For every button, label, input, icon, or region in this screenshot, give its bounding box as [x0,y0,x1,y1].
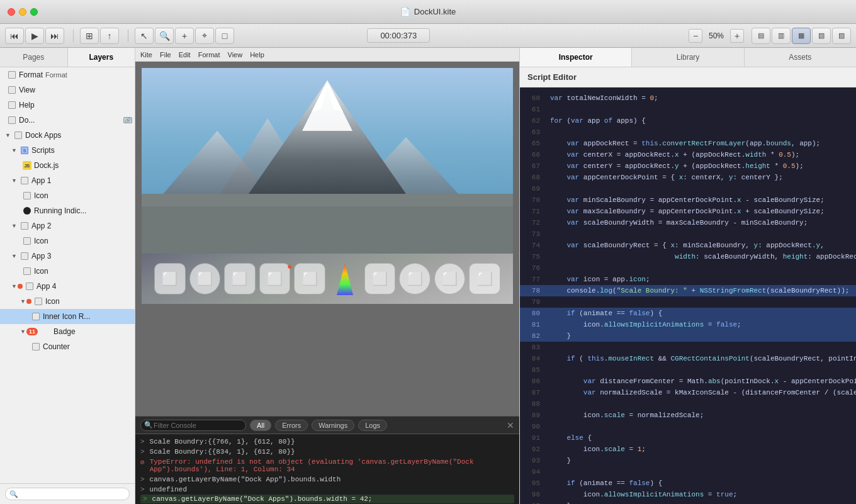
layer-item-inner-icon[interactable]: Inner Icon R... [0,309,135,324]
fast-forward-button[interactable]: ⏭ [45,28,64,44]
maximize-button[interactable] [30,8,38,16]
layer-item-app1[interactable]: ▼ App 1 [0,173,135,188]
layer-item-counter[interactable]: Counter [0,339,135,354]
console-btn-all[interactable]: All [250,420,271,431]
play-button[interactable]: ▶ [25,28,44,44]
code-line-76 [545,262,856,274]
zoom-in-button[interactable]: + [730,29,744,43]
menu-file[interactable]: File [160,51,171,59]
layer-item-icon3[interactable]: Icon [0,264,135,279]
ln-96: 96 [520,489,545,500]
code-line-71: var maxScaleBoundry = appCenterDockPoint… [545,206,856,217]
dock-icon-4: ⬜ [294,263,325,294]
console-close-button[interactable]: ✕ [507,420,514,430]
layer-item-help[interactable]: Help [0,98,135,113]
code-content[interactable]: 60 61 62 63 65 66 67 68 69 70 71 72 73 7… [520,87,856,504]
console-area: 🔍 All Errors Warnings Logs ✕ > Scale Bou… [135,416,519,504]
app2-icon [20,221,30,231]
titlebar: 📄 DockUI.kite [0,0,856,24]
dock-prism-icon [329,262,361,296]
view-layer-icon [7,85,17,95]
code-line-70: var minScaleBoundry = appCenterDockPoint… [545,194,856,206]
menu-help[interactable]: Help [250,51,264,59]
ln-80: 80 [520,308,545,319]
minimize-button[interactable] [19,8,26,16]
layer-item-app4[interactable]: ▼ App 4 [0,279,135,294]
console-text-4: undefined [150,486,187,493]
tab-layers[interactable]: Layers [68,48,135,67]
script-editor-header: Script Editor [520,67,856,87]
expand-icon4[interactable]: ▼ [20,298,26,305]
layer-item-dockjs[interactable]: JS Dock.js [0,158,135,173]
export-button[interactable]: ↑ [100,28,119,44]
layers-search-input[interactable] [5,488,130,500]
canvas-inner[interactable]: ⬜ ⬜ ⬜ ⬜ ⬜ [135,62,519,416]
layer-item-app2[interactable]: ▼ App 2 [0,218,135,233]
counter-icon [31,342,41,352]
tab-library[interactable]: Library [632,48,744,67]
menu-view[interactable]: View [228,51,243,59]
time-display: 00:00:373 [367,28,430,43]
filter-input-wrapper: 🔍 [140,420,246,431]
badge-icon [42,327,52,337]
console-btn-errors[interactable]: Errors [275,420,308,431]
layer-item-icon2[interactable]: Icon [0,233,135,249]
layer-item-format[interactable]: Format Format [0,67,135,82]
expand-app3[interactable]: ▼ [11,253,18,259]
layer-item-scripts[interactable]: ▼ S Scripts [0,143,135,158]
ln-66: 66 [520,149,545,160]
view-controls: ⊞ ↑ [80,28,119,44]
close-button[interactable] [8,8,15,16]
rect-tool[interactable]: □ [215,28,234,44]
canvas-area: Kite File Edit Format View Help [135,48,519,504]
console-btn-warnings[interactable]: Warnings [312,420,354,431]
right-panel: Inspector Library Assets Script Editor 6… [519,48,856,504]
layer-item-do[interactable]: Do... 🔗 [0,113,135,128]
expand-scripts[interactable]: ▼ [11,147,18,154]
dock-icon-5: ⬜ [364,263,396,294]
menu-format[interactable]: Format [198,51,220,59]
layer-item-icon1[interactable]: Icon [0,188,135,203]
grid-toggle[interactable]: ▨ [832,28,851,44]
ln-78: 78 [520,285,545,296]
code-line-79 [545,296,856,308]
expand-badge[interactable]: ▼ [20,328,26,335]
layer-item-badge[interactable]: ▼ 11 Badge [0,324,135,339]
zoom-out-button[interactable]: − [689,29,702,43]
tab-inspector[interactable]: Inspector [520,48,632,67]
tool-controls: ↖ 🔍 + ⌖ □ [135,28,234,44]
console-filter-input[interactable] [140,420,246,431]
layout-button[interactable]: ⊞ [80,28,99,44]
layer-item-dock-apps[interactable]: ▼ Dock Apps [0,128,135,143]
menu-kite[interactable]: Kite [140,51,152,59]
layer-item-running1[interactable]: Running Indic... [0,203,135,218]
code-line-61 [545,104,856,115]
anchor-tool[interactable]: ⌖ [195,28,214,44]
add-tool[interactable]: + [175,28,194,44]
inspector-toggle[interactable]: ▤ [752,28,770,44]
expand-app2[interactable]: ▼ [11,223,18,229]
cursor-tool[interactable]: ↖ [135,28,154,44]
arrow-icon-4: > [140,486,145,493]
rewind-button[interactable]: ⏮ [5,28,24,44]
bottom-panel-toggle[interactable]: ▦ [792,28,811,44]
dock-apps-name: Dock Apps [25,131,61,140]
zoom-tool[interactable]: 🔍 [155,28,174,44]
console-btn-logs[interactable]: Logs [358,420,387,431]
icon1-name: Icon [34,191,48,200]
layer-item-app3[interactable]: ▼ App 3 [0,249,135,264]
layer-item-icon4[interactable]: ▼ Icon [0,294,135,309]
expand-app4[interactable]: ▼ [11,283,18,289]
expand-dock-apps[interactable]: ▼ [5,132,11,138]
code-line-91: else { [545,432,856,444]
full-panel-toggle[interactable]: ▧ [812,28,831,44]
tab-assets[interactable]: Assets [745,48,856,67]
layer-item-view[interactable]: View [0,82,135,98]
left-panel-toggle[interactable]: ▥ [772,28,791,44]
menu-edit[interactable]: Edit [179,51,191,59]
code-line-78: console.log("Scale Boundry: " + NSString… [545,285,856,296]
expand-app1[interactable]: ▼ [11,177,18,184]
dock-icon-8: ⬜ [469,263,500,294]
separator-1 [73,30,74,42]
tab-pages[interactable]: Pages [0,48,68,67]
